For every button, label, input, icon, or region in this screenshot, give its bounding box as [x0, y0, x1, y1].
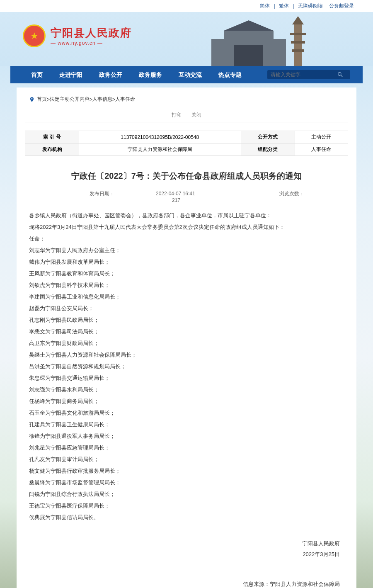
meta-table: 索 引 号 11370921004312095B/2022-00548 公开方式… — [25, 131, 348, 156]
search-box[interactable] — [267, 70, 350, 79]
value-method: 主动公开 — [295, 131, 348, 143]
article-meta: 发布日期：2022-04-07 16:41 浏览次数： 217 — [25, 186, 348, 207]
appointment-line: 刘兆星为宁阳县应急管理局局长； — [29, 442, 344, 453]
article-title: 宁政任〔2022〕7号：关于公布任命县政府组成人员职务的通知 — [25, 164, 348, 186]
label-method: 公开方式 — [241, 131, 295, 143]
svg-rect-3 — [211, 39, 224, 66]
view-count: 217 — [172, 197, 180, 203]
close-button[interactable]: 关闭 — [191, 112, 201, 118]
svg-marker-6 — [292, 16, 304, 24]
appointment-line: 孔凡友为宁阳县审计局局长； — [29, 454, 344, 465]
appointment-line: 杨文健为宁阳县行政审批服务局局长； — [29, 466, 344, 476]
nav-topics[interactable]: 热点专题 — [210, 66, 250, 83]
nav-about[interactable]: 走进宁阳 — [51, 66, 91, 83]
appointment-line: 桑晨锋为宁阳县市场监督管理局局长； — [29, 477, 344, 488]
appointment-line: 徐锋为宁阳县退役军人事务局局长； — [29, 431, 344, 442]
value-org: 宁阳县人力资源和社会保障局 — [79, 143, 241, 156]
nav-services[interactable]: 政务服务 — [131, 66, 170, 83]
top-bar: 简体 | 繁体 | 无障碍阅读 公务邮登录 — [0, 0, 373, 12]
svg-rect-5 — [294, 24, 302, 66]
main-nav: 首页 走进宁阳 政务公开 政务服务 互动交流 热点专题 — [10, 66, 363, 83]
value-category: 人事任命 — [295, 143, 348, 156]
crumb-home[interactable]: 首页 — [37, 96, 47, 103]
national-emblem-icon — [23, 24, 46, 47]
article-body: 各乡镇人民政府（街道办事处、园区管委会），县政府各部门，各企事业单位，市属以上驻… — [25, 207, 348, 526]
breadcrumb: 首页 > 法定主动公开内容 > 人事信息 > 人事任命 — [25, 94, 348, 108]
crumb-3[interactable]: 人事任命 — [115, 96, 135, 103]
appointment-line: 刘钦虎为宁阳县科学技术局局长； — [29, 280, 344, 291]
label-category: 组配分类 — [241, 143, 295, 156]
appointment-line: 王凤新为宁阳县教育和体育局局长； — [29, 268, 344, 279]
location-icon — [29, 97, 35, 102]
appointment-line: 吕洪圣为宁阳县自然资源和规划局局长； — [29, 361, 344, 372]
site-title: 宁阳县人民政府 — [51, 26, 132, 40]
castle-illustration — [178, 16, 319, 66]
appointment-line: 孔志刚为宁阳县民政局局长； — [29, 315, 344, 326]
appointment-line: 任杨峰为宁阳县商务局局长； — [29, 396, 344, 407]
lang-simplified[interactable]: 简体 — [260, 3, 270, 9]
svg-marker-2 — [224, 20, 274, 31]
appointment-line: 朱忠琛为宁阳县交通运输局局长； — [29, 373, 344, 384]
appointment-line: 刘志强为宁阳县水利局局长； — [29, 384, 344, 395]
svg-rect-8 — [291, 41, 305, 44]
nav-home[interactable]: 首页 — [23, 66, 51, 83]
search-input[interactable] — [271, 72, 337, 78]
label-org: 发布机构 — [25, 143, 79, 156]
appointment-line: 赵磊为宁阳县公安局局长； — [29, 303, 344, 314]
appointment-line: 李恶文为宁阳县司法局局长； — [29, 326, 344, 337]
source: 信息来源：宁阳县人力资源和社会保障局 — [25, 572, 348, 588]
appointment-line: 戴伟为宁阳县发展和改革局局长； — [29, 257, 344, 267]
crumb-1[interactable]: 法定主动公开内容 — [50, 96, 90, 103]
svg-rect-4 — [274, 39, 286, 66]
lang-traditional[interactable]: 繁体 — [279, 3, 289, 9]
appointment-line: 吴继士为宁阳县人力资源和社会保障局局长； — [29, 350, 344, 360]
login-link[interactable]: 公务邮登录 — [329, 3, 354, 9]
appointment-line: 闫锐为宁阳县综合行政执法局局长； — [29, 489, 344, 500]
crumb-2[interactable]: 人事信息 — [92, 96, 112, 103]
nav-gov-open[interactable]: 政务公开 — [91, 66, 131, 83]
publish-date: 2022-04-07 16:41 — [156, 191, 195, 197]
content-container: 首页 > 法定主动公开内容 > 人事信息 > 人事任命 打印 关闭 索 引 号 … — [17, 87, 356, 588]
appointment-line: 高卫东为宁阳县财政局局长； — [29, 338, 344, 349]
appointment-line: 李建国为宁阳县工业和信息化局局长； — [29, 292, 344, 302]
appointment-line: 石玉奎为宁阳县文化和旅游局局长； — [29, 408, 344, 418]
value-index: 11370921004312095B/2022-00548 — [79, 131, 241, 143]
svg-rect-1 — [234, 45, 263, 66]
appointment-line: 刘志华为宁阳县人民政府办公室主任； — [29, 245, 344, 256]
svg-rect-7 — [290, 33, 306, 35]
action-bar: 打印 关闭 — [25, 108, 348, 122]
appointment-line: 侯典展为宁阳县信访局局长。 — [29, 512, 344, 523]
appointment-line: 孔建兵为宁阳县卫生健康局局长； — [29, 419, 344, 430]
signature: 宁阳县人民政府 2022年3月25日 — [25, 526, 348, 572]
search-icon[interactable] — [337, 71, 344, 78]
appointment-line: 王德宝为宁阳县医疗保障局局长； — [29, 501, 344, 511]
nav-interact[interactable]: 互动交流 — [170, 66, 210, 83]
svg-rect-9 — [292, 49, 304, 52]
print-button[interactable]: 打印 — [172, 112, 182, 118]
site-url: — www.ny.gov.cn — — [51, 40, 132, 46]
accessibility-link[interactable]: 无障碍阅读 — [298, 3, 323, 9]
label-index: 索 引 号 — [25, 131, 79, 143]
header: 宁阳县人民政府 — www.ny.gov.cn — — [0, 12, 373, 66]
